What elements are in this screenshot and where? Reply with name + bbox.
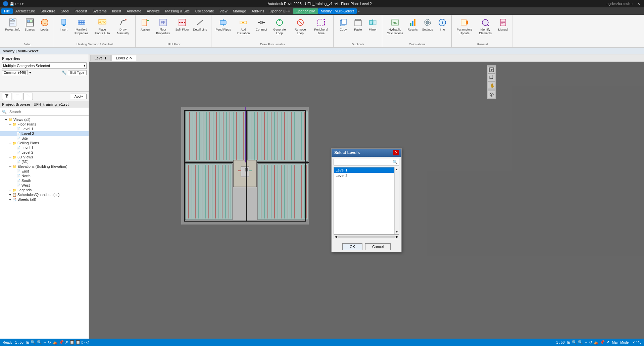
scroll-left[interactable]: ◀ xyxy=(335,235,337,238)
menu-systems[interactable]: Systems xyxy=(90,8,109,14)
btn-mirror[interactable]: Mirror xyxy=(366,16,380,33)
dialog-close-button[interactable]: ✕ xyxy=(393,150,399,155)
tree-west[interactable]: 📄 West xyxy=(0,183,89,188)
tree-schedules[interactable]: ▼ 📋 Schedules/Quantities (all) xyxy=(0,192,89,197)
dialog-search-button[interactable]: 🔍 xyxy=(391,159,399,165)
levels-listbox[interactable]: Level 1 Level 2 xyxy=(334,167,394,234)
btn-insert[interactable]: Insert xyxy=(57,16,71,33)
tree-floor-plans[interactable]: ─ 📁 Floor Plans xyxy=(0,122,89,127)
btn-draw-manually[interactable]: Draw Manually xyxy=(113,16,133,36)
sort-ascending-btn[interactable] xyxy=(13,93,22,100)
btn-loads[interactable]: L Loads xyxy=(38,16,52,33)
menu-uponor-bim[interactable]: Uponor BIM xyxy=(293,8,318,14)
btn-identify-elements[interactable]: Identify Elements xyxy=(475,16,495,36)
btn-assign[interactable]: Assign xyxy=(138,16,152,33)
tree-site-fp[interactable]: 📄 Site xyxy=(0,136,89,141)
menu-collaborate[interactable]: Collaborate xyxy=(193,8,217,14)
close-btn[interactable]: ✕ xyxy=(636,1,641,6)
minimize-btn[interactable]: ─ xyxy=(623,1,628,6)
dialog-search-input[interactable] xyxy=(334,159,391,165)
menu-modify-multiselect[interactable]: Modify | Multi-Select xyxy=(318,8,357,14)
btn-parameters-update[interactable]: Parameters Update xyxy=(454,16,475,36)
canvas-tab-level1[interactable]: Level 1 xyxy=(90,55,111,61)
btn-manual[interactable]: Manual xyxy=(496,16,510,33)
canvas-tab-close[interactable]: ✕ xyxy=(129,56,132,60)
category-selector[interactable]: Multiple Categories Selected ▾ xyxy=(2,62,87,69)
tree-level-2-fp[interactable]: 📄 Level 2 xyxy=(0,131,89,136)
tree-elevations[interactable]: ─ 📁 Elevations (Building Elevation) xyxy=(0,164,89,169)
tree-north[interactable]: 📄 North xyxy=(0,174,89,178)
menu-manage[interactable]: Manage xyxy=(230,8,249,14)
dialog-cancel-button[interactable]: Cancel xyxy=(365,243,391,250)
btn-generate-loop[interactable]: Generate Loop xyxy=(269,16,290,36)
menu-file[interactable]: File xyxy=(1,8,13,14)
sort-descending-btn[interactable] xyxy=(23,93,33,100)
tree-level-1-fp[interactable]: 📄 Level 1 xyxy=(0,127,89,131)
menu-structure[interactable]: Structure xyxy=(38,8,58,14)
browser-tree: ▼ 📁 Views (all) ─ 📁 Floor Plans 📄 Level … xyxy=(0,116,89,339)
svg-point-15 xyxy=(83,21,85,23)
tree-sheets[interactable]: ▼ 📑 Sheets (all) xyxy=(0,197,89,202)
modify-bar-text: Modify | Multi-Select xyxy=(3,49,38,53)
tree-east[interactable]: 📄 East xyxy=(0,169,89,174)
menu-precast[interactable]: Precast xyxy=(72,8,90,14)
edit-type-button[interactable]: Edit Type xyxy=(68,70,87,75)
btn-add-insulation[interactable]: Add Insulation xyxy=(233,16,253,36)
tree-level-2-cp[interactable]: 📄 Level 2 xyxy=(0,150,89,155)
scroll-up[interactable]: ▲ xyxy=(396,168,398,171)
app-icon: 🔵 xyxy=(3,1,8,6)
btn-place-floors-auto[interactable]: AUTO Place Floors Auto xyxy=(92,16,112,36)
menu-analyze[interactable]: Analyze xyxy=(144,8,162,14)
btn-remove-loop[interactable]: Remove Loop xyxy=(290,16,310,36)
filter-btn[interactable] xyxy=(2,93,11,100)
svg-point-14 xyxy=(81,21,83,23)
btn-peripheral-zone[interactable]: Peripheral Zone xyxy=(311,16,331,36)
menu-architecture[interactable]: Architecture xyxy=(13,8,38,14)
toggle-floor-plans[interactable]: ─ xyxy=(8,122,12,126)
btn-manifold-properties[interactable]: Manifold Properties xyxy=(71,16,92,36)
btn-floor-properties[interactable]: FP Floor Properties xyxy=(153,16,173,36)
tree-3d[interactable]: 📄 {3D} xyxy=(0,159,89,164)
canvas-tab-level2[interactable]: Level 2 ✕ xyxy=(111,55,136,61)
search-input[interactable] xyxy=(8,109,87,114)
btn-paste[interactable]: Paste xyxy=(351,16,365,33)
apply-button[interactable]: Apply xyxy=(71,94,87,99)
results-icon xyxy=(407,17,418,28)
dialog-ok-button[interactable]: OK xyxy=(342,243,362,250)
menu-view[interactable]: View xyxy=(217,8,230,14)
tree-3d-views[interactable]: ─ 📁 3D Views xyxy=(0,155,89,159)
tree-legends[interactable]: ─ 📁 Legends xyxy=(0,188,89,192)
menu-insert[interactable]: Insert xyxy=(109,8,124,14)
btn-feed-pipes[interactable]: Feed Pipes xyxy=(214,16,233,33)
btn-results[interactable]: Results xyxy=(406,16,420,33)
btn-connect[interactable]: Connect xyxy=(254,16,269,33)
tree-ceiling-plans[interactable]: ─ 📁 Ceiling Plans xyxy=(0,141,89,145)
menu-steel[interactable]: Steel xyxy=(58,8,72,14)
tree-views-all[interactable]: ▼ 📁 Views (all) xyxy=(0,117,89,122)
tree-south[interactable]: 📄 South xyxy=(0,178,89,183)
scroll-right[interactable]: ▶ xyxy=(396,235,398,238)
menu-uponor-ufh[interactable]: Uponor UFH xyxy=(267,8,293,14)
btn-split-floor[interactable]: Split Floor xyxy=(174,16,191,33)
level-item-1[interactable]: Level 1 xyxy=(334,167,394,173)
tree-level-1-cp[interactable]: 📄 Level 1 xyxy=(0,145,89,150)
menu-annotate[interactable]: Annotate xyxy=(124,8,144,14)
scroll-down[interactable]: ▼ xyxy=(396,231,398,234)
svg-rect-46 xyxy=(355,20,361,26)
svg-rect-27 xyxy=(220,20,226,24)
btn-detail-line[interactable]: Detail Line xyxy=(191,16,209,33)
btn-info[interactable]: i Info xyxy=(435,16,449,33)
canvas-viewport[interactable]: ✋ Select Levels ✕ xyxy=(89,62,644,339)
btn-settings[interactable]: Settings xyxy=(420,16,435,33)
maximize-btn[interactable]: □ xyxy=(629,1,635,6)
toggle-views-all[interactable]: ▼ xyxy=(4,118,8,121)
btn-hydraulic-calc[interactable]: HC Hydraulic Calculations xyxy=(385,16,405,36)
ribbon-group-calculations: HC Hydraulic Calculations Results Settin… xyxy=(383,15,452,47)
menu-massing[interactable]: Massing & Site xyxy=(162,8,192,14)
btn-copy[interactable]: Copy xyxy=(336,16,350,33)
level-item-2[interactable]: Level 2 xyxy=(334,173,394,178)
common-filter[interactable]: Common (446) xyxy=(2,70,28,75)
menu-addins[interactable]: Add-Ins xyxy=(249,8,267,14)
btn-project-info[interactable]: Project Info xyxy=(3,16,22,33)
btn-spaces[interactable]: Spaces xyxy=(23,16,37,33)
